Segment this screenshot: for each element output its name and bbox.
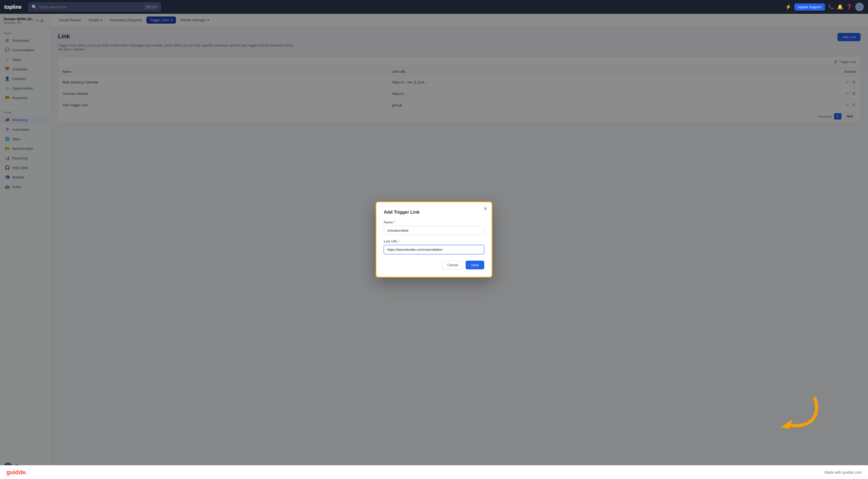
- name-input[interactable]: [384, 226, 484, 235]
- top-nav-right: ⚡ topline Support 📞 🔔 ❓ 👤: [785, 3, 864, 11]
- url-input[interactable]: [384, 245, 484, 254]
- app-logo: topline: [4, 4, 22, 10]
- required-indicator: *: [399, 240, 400, 243]
- dialog-actions: Cancel Save: [384, 261, 484, 269]
- guidde-logo: guidde.: [6, 469, 27, 476]
- help-icon[interactable]: ❓: [846, 4, 852, 10]
- cancel-button[interactable]: Cancel: [442, 261, 463, 269]
- guidde-tagline: Made with guidde.com: [825, 470, 862, 475]
- lightning-icon[interactable]: ⚡: [785, 4, 791, 10]
- bottom-bar: guidde. Made with guidde.com: [0, 465, 868, 479]
- bell-icon[interactable]: 🔔: [837, 4, 843, 10]
- add-trigger-link-dialog: Add Trigger Link ✕ Name * Link URL * Can…: [375, 201, 493, 278]
- required-indicator: *: [394, 220, 395, 224]
- search-input[interactable]: [39, 5, 143, 9]
- dialog-close-button[interactable]: ✕: [484, 206, 488, 211]
- url-field-label: Link URL *: [384, 240, 484, 243]
- dialog-title: Add Trigger Link: [384, 210, 484, 215]
- name-field-label: Name *: [384, 220, 484, 224]
- search-icon: 🔍: [32, 4, 37, 9]
- modal-overlay[interactable]: Add Trigger Link ✕ Name * Link URL * Can…: [0, 14, 868, 465]
- avatar[interactable]: 👤: [855, 3, 864, 11]
- top-navigation: topline 🔍 Ctrl + K ⚡ topline Support 📞 🔔…: [0, 0, 868, 14]
- search-shortcut: Ctrl + K: [145, 5, 158, 9]
- save-button[interactable]: Save: [466, 261, 484, 269]
- phone-icon[interactable]: 📞: [828, 4, 834, 10]
- support-button[interactable]: topline Support: [795, 3, 825, 11]
- search-bar[interactable]: 🔍 Ctrl + K: [28, 2, 161, 11]
